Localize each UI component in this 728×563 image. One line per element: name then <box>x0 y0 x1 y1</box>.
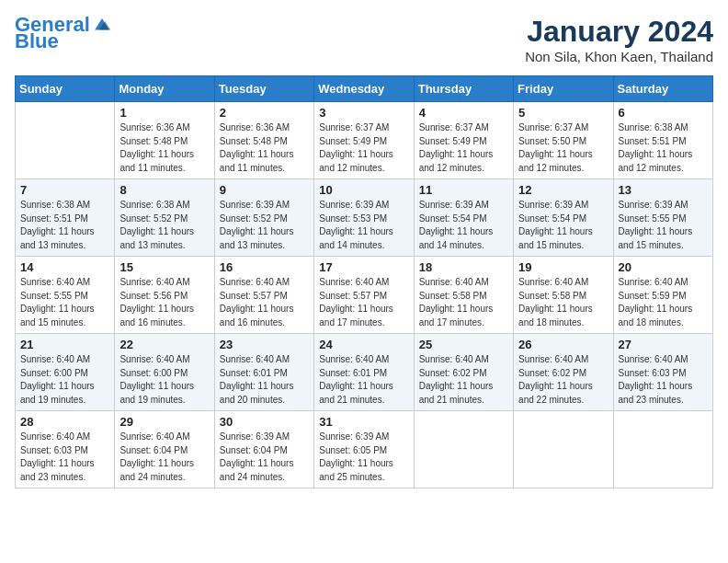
day-number: 1 <box>119 106 209 120</box>
calendar-cell: 3Sunrise: 6:37 AMSunset: 5:49 PMDaylight… <box>314 102 414 179</box>
logo-icon <box>92 15 112 35</box>
day-number: 17 <box>319 260 408 274</box>
location-subtitle: Non Sila, Khon Kaen, Thailand <box>525 49 713 64</box>
calendar-cell <box>514 411 613 488</box>
day-info: Sunrise: 6:39 AMSunset: 5:54 PMDaylight:… <box>419 199 508 252</box>
day-info: Sunrise: 6:40 AMSunset: 6:02 PMDaylight:… <box>518 353 608 407</box>
calendar-cell: 30Sunrise: 6:39 AMSunset: 6:04 PMDayligh… <box>214 411 313 488</box>
day-info: Sunrise: 6:40 AMSunset: 5:57 PMDaylight:… <box>319 276 408 329</box>
calendar-cell: 21Sunrise: 6:40 AMSunset: 6:00 PMDayligh… <box>16 334 115 411</box>
day-info: Sunrise: 6:39 AMSunset: 5:54 PMDaylight:… <box>518 199 608 252</box>
calendar-cell <box>613 411 712 488</box>
day-header-monday: Monday <box>115 76 214 102</box>
calendar-cell: 28Sunrise: 6:40 AMSunset: 6:03 PMDayligh… <box>16 411 115 488</box>
calendar-cell: 24Sunrise: 6:40 AMSunset: 6:01 PMDayligh… <box>314 334 414 411</box>
day-info: Sunrise: 6:40 AMSunset: 6:03 PMDaylight:… <box>619 353 708 407</box>
day-number: 6 <box>619 106 708 120</box>
calendar-cell: 27Sunrise: 6:40 AMSunset: 6:03 PMDayligh… <box>613 334 712 411</box>
day-info: Sunrise: 6:40 AMSunset: 5:58 PMDaylight:… <box>518 276 608 329</box>
day-info: Sunrise: 6:36 AMSunset: 5:48 PMDaylight:… <box>119 121 209 175</box>
day-header-wednesday: Wednesday <box>314 76 414 102</box>
month-title: January 2024 <box>525 15 713 49</box>
day-number: 31 <box>319 415 408 429</box>
calendar-table: SundayMondayTuesdayWednesdayThursdayFrid… <box>15 75 713 488</box>
day-header-tuesday: Tuesday <box>214 76 313 102</box>
day-number: 16 <box>220 260 309 274</box>
day-number: 10 <box>319 183 408 197</box>
calendar-header-row: SundayMondayTuesdayWednesdayThursdayFrid… <box>16 76 713 102</box>
day-info: Sunrise: 6:40 AMSunset: 6:03 PMDaylight:… <box>20 431 109 484</box>
calendar-week-row: 1Sunrise: 6:36 AMSunset: 5:48 PMDaylight… <box>16 102 713 179</box>
day-number: 23 <box>220 338 309 351</box>
day-info: Sunrise: 6:38 AMSunset: 5:51 PMDaylight:… <box>619 121 708 175</box>
day-info: Sunrise: 6:36 AMSunset: 5:48 PMDaylight:… <box>220 121 309 175</box>
day-number: 22 <box>119 338 209 351</box>
day-info: Sunrise: 6:40 AMSunset: 5:59 PMDaylight:… <box>619 276 708 329</box>
day-number: 29 <box>119 415 209 429</box>
day-info: Sunrise: 6:40 AMSunset: 6:01 PMDaylight:… <box>319 353 408 407</box>
day-number: 4 <box>419 106 508 120</box>
title-block: January 2024 Non Sila, Khon Kaen, Thaila… <box>525 15 713 64</box>
calendar-cell: 29Sunrise: 6:40 AMSunset: 6:04 PMDayligh… <box>115 411 214 488</box>
logo-subtext: Blue <box>15 31 59 52</box>
day-number: 5 <box>518 106 608 120</box>
day-info: Sunrise: 6:40 AMSunset: 6:02 PMDaylight:… <box>419 353 508 407</box>
day-number: 15 <box>119 260 209 274</box>
day-number: 19 <box>518 260 608 274</box>
day-info: Sunrise: 6:39 AMSunset: 5:52 PMDaylight:… <box>220 199 309 252</box>
calendar-cell: 5Sunrise: 6:37 AMSunset: 5:50 PMDaylight… <box>514 102 613 179</box>
calendar-cell: 13Sunrise: 6:39 AMSunset: 5:55 PMDayligh… <box>613 179 712 257</box>
day-number: 2 <box>220 106 309 120</box>
day-info: Sunrise: 6:40 AMSunset: 5:57 PMDaylight:… <box>220 276 309 329</box>
day-header-sunday: Sunday <box>16 76 115 102</box>
day-header-thursday: Thursday <box>414 76 513 102</box>
logo: General Blue <box>15 15 114 52</box>
calendar-cell <box>16 102 115 179</box>
day-header-saturday: Saturday <box>613 76 712 102</box>
calendar-week-row: 21Sunrise: 6:40 AMSunset: 6:00 PMDayligh… <box>16 334 713 411</box>
day-number: 28 <box>20 415 109 429</box>
calendar-cell: 19Sunrise: 6:40 AMSunset: 5:58 PMDayligh… <box>514 257 613 334</box>
day-number: 21 <box>20 338 109 351</box>
calendar-week-row: 14Sunrise: 6:40 AMSunset: 5:55 PMDayligh… <box>16 257 713 334</box>
calendar-cell: 14Sunrise: 6:40 AMSunset: 5:55 PMDayligh… <box>16 257 115 334</box>
day-number: 9 <box>220 183 309 197</box>
day-info: Sunrise: 6:40 AMSunset: 6:00 PMDaylight:… <box>119 353 209 407</box>
day-info: Sunrise: 6:37 AMSunset: 5:50 PMDaylight:… <box>518 121 608 175</box>
day-number: 30 <box>220 415 309 429</box>
calendar-cell: 6Sunrise: 6:38 AMSunset: 5:51 PMDaylight… <box>613 102 712 179</box>
calendar-cell: 20Sunrise: 6:40 AMSunset: 5:59 PMDayligh… <box>613 257 712 334</box>
day-info: Sunrise: 6:39 AMSunset: 5:55 PMDaylight:… <box>619 199 708 252</box>
calendar-cell: 15Sunrise: 6:40 AMSunset: 5:56 PMDayligh… <box>115 257 214 334</box>
day-number: 7 <box>20 183 109 197</box>
day-info: Sunrise: 6:39 AMSunset: 6:05 PMDaylight:… <box>319 431 408 484</box>
calendar-week-row: 7Sunrise: 6:38 AMSunset: 5:51 PMDaylight… <box>16 179 713 257</box>
day-info: Sunrise: 6:38 AMSunset: 5:51 PMDaylight:… <box>20 199 109 252</box>
day-info: Sunrise: 6:40 AMSunset: 6:01 PMDaylight:… <box>220 353 309 407</box>
day-info: Sunrise: 6:38 AMSunset: 5:52 PMDaylight:… <box>119 199 209 252</box>
day-info: Sunrise: 6:40 AMSunset: 5:55 PMDaylight:… <box>20 276 109 329</box>
calendar-cell: 9Sunrise: 6:39 AMSunset: 5:52 PMDaylight… <box>214 179 313 257</box>
calendar-cell: 7Sunrise: 6:38 AMSunset: 5:51 PMDaylight… <box>16 179 115 257</box>
calendar-cell <box>414 411 513 488</box>
day-info: Sunrise: 6:37 AMSunset: 5:49 PMDaylight:… <box>319 121 408 175</box>
calendar-cell: 2Sunrise: 6:36 AMSunset: 5:48 PMDaylight… <box>214 102 313 179</box>
day-info: Sunrise: 6:39 AMSunset: 5:53 PMDaylight:… <box>319 199 408 252</box>
day-info: Sunrise: 6:40 AMSunset: 6:00 PMDaylight:… <box>20 353 109 407</box>
calendar-cell: 22Sunrise: 6:40 AMSunset: 6:00 PMDayligh… <box>115 334 214 411</box>
day-info: Sunrise: 6:40 AMSunset: 6:04 PMDaylight:… <box>119 431 209 484</box>
day-number: 25 <box>419 338 508 351</box>
day-number: 24 <box>319 338 408 351</box>
calendar-cell: 17Sunrise: 6:40 AMSunset: 5:57 PMDayligh… <box>314 257 414 334</box>
calendar-cell: 11Sunrise: 6:39 AMSunset: 5:54 PMDayligh… <box>414 179 513 257</box>
day-number: 13 <box>619 183 708 197</box>
calendar-cell: 16Sunrise: 6:40 AMSunset: 5:57 PMDayligh… <box>214 257 313 334</box>
day-info: Sunrise: 6:37 AMSunset: 5:49 PMDaylight:… <box>419 121 508 175</box>
day-header-friday: Friday <box>514 76 613 102</box>
day-number: 11 <box>419 183 508 197</box>
day-number: 27 <box>619 338 708 351</box>
day-number: 18 <box>419 260 508 274</box>
calendar-cell: 1Sunrise: 6:36 AMSunset: 5:48 PMDaylight… <box>115 102 214 179</box>
day-info: Sunrise: 6:40 AMSunset: 5:56 PMDaylight:… <box>119 276 209 329</box>
day-number: 20 <box>619 260 708 274</box>
